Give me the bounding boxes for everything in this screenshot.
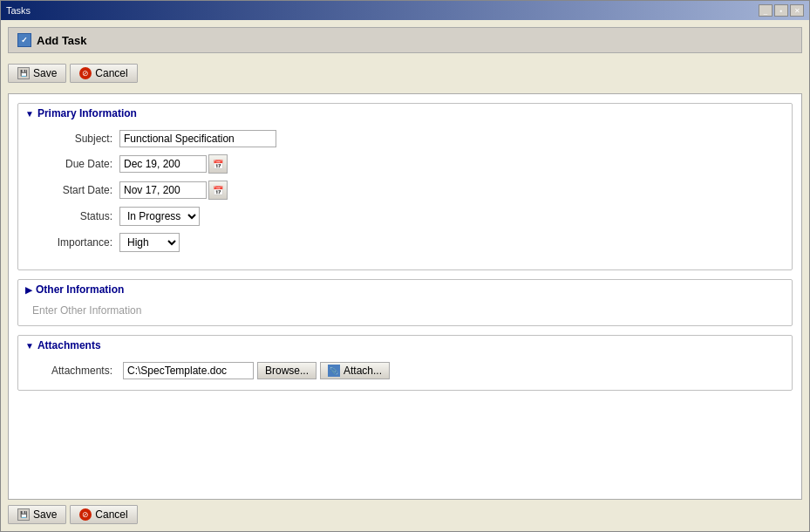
status-label: Status: bbox=[32, 210, 119, 222]
restore-button[interactable]: ▪ bbox=[774, 4, 788, 17]
cancel-icon: ⊘ bbox=[79, 67, 92, 79]
browse-button[interactable]: Browse... bbox=[257, 362, 317, 379]
bottom-save-icon: 💾 bbox=[17, 508, 30, 521]
attachments-header: ▼ Attachments bbox=[18, 336, 792, 355]
due-date-input[interactable] bbox=[119, 155, 207, 173]
attach-icon: 📎 bbox=[328, 365, 340, 377]
attachments-section: ▼ Attachments Attachments: Browse... 📎 A… bbox=[17, 335, 793, 391]
content-area: ✓ Add Task 💾 Save ⊘ Cancel ▼ Primary Inf… bbox=[1, 20, 809, 531]
due-date-calendar-button[interactable]: 📅 bbox=[208, 154, 228, 174]
start-date-input[interactable] bbox=[119, 181, 207, 199]
primary-info-header: ▼ Primary Information bbox=[18, 104, 792, 123]
due-date-wrapper: 📅 bbox=[119, 154, 228, 174]
other-info-placeholder: Enter Other Information bbox=[32, 304, 141, 317]
other-information-section: ▶ Other Information Enter Other Informat… bbox=[17, 279, 793, 326]
bottom-cancel-icon: ⊘ bbox=[79, 508, 92, 521]
bottom-save-button[interactable]: 💾 Save bbox=[8, 505, 66, 524]
importance-label: Importance: bbox=[32, 236, 119, 249]
attach-button-label: Attach... bbox=[344, 365, 382, 377]
primary-info-label: Primary Information bbox=[37, 107, 137, 119]
cancel-button[interactable]: ⊘ Cancel bbox=[70, 64, 137, 83]
attach-button[interactable]: 📎 Attach... bbox=[320, 362, 390, 379]
attachments-row: Attachments: Browse... 📎 Attach... bbox=[32, 362, 778, 379]
top-toolbar: 💾 Save ⊘ Cancel bbox=[8, 60, 802, 86]
due-date-row: Due Date: 📅 bbox=[32, 154, 778, 174]
other-info-label: Other Information bbox=[36, 283, 124, 296]
start-date-wrapper: 📅 bbox=[119, 181, 228, 200]
save-button[interactable]: 💾 Save bbox=[8, 64, 66, 83]
other-collapse-icon[interactable]: ▶ bbox=[25, 285, 32, 295]
start-date-calendar-button[interactable]: 📅 bbox=[208, 181, 228, 200]
status-select[interactable]: Not Started In Progress Completed Waitin… bbox=[119, 207, 200, 226]
save-button-label: Save bbox=[33, 67, 57, 79]
subject-label: Subject: bbox=[32, 133, 119, 145]
other-info-header: ▶ Other Information bbox=[18, 280, 792, 299]
browse-button-label: Browse... bbox=[265, 365, 309, 377]
page-header: ✓ Add Task bbox=[8, 27, 802, 53]
bottom-toolbar: 💾 Save ⊘ Cancel bbox=[8, 500, 802, 524]
subject-row: Subject: bbox=[32, 130, 778, 147]
primary-info-body: Subject: Due Date: 📅 Start Date: bbox=[18, 123, 792, 269]
status-row: Status: Not Started In Progress Complete… bbox=[32, 207, 778, 226]
start-date-row: Start Date: 📅 bbox=[32, 181, 778, 200]
form-container: ▼ Primary Information Subject: Due Date: bbox=[8, 93, 802, 500]
attachments-body: Attachments: Browse... 📎 Attach... bbox=[18, 355, 792, 390]
main-window: Tasks _ ▪ ✕ ✓ Add Task 💾 Save ⊘ Cancel bbox=[0, 0, 810, 532]
add-task-icon: ✓ bbox=[17, 33, 31, 47]
attachments-field-label: Attachments: bbox=[32, 365, 119, 377]
minimize-button[interactable]: _ bbox=[759, 4, 773, 17]
save-icon: 💾 bbox=[17, 67, 30, 79]
attachments-collapse-icon[interactable]: ▼ bbox=[25, 341, 34, 351]
importance-row: Importance: Low Normal High bbox=[32, 233, 778, 252]
window-title: Tasks bbox=[6, 5, 31, 16]
start-date-label: Start Date: bbox=[32, 184, 119, 196]
bottom-cancel-button[interactable]: ⊘ Cancel bbox=[70, 505, 137, 524]
importance-select[interactable]: Low Normal High bbox=[119, 233, 180, 252]
title-bar-controls: _ ▪ ✕ bbox=[759, 4, 804, 17]
due-date-label: Due Date: bbox=[32, 158, 119, 170]
title-bar: Tasks _ ▪ ✕ bbox=[1, 1, 809, 20]
primary-collapse-icon[interactable]: ▼ bbox=[25, 109, 34, 119]
cancel-button-label: Cancel bbox=[95, 67, 127, 79]
primary-information-section: ▼ Primary Information Subject: Due Date: bbox=[17, 103, 793, 270]
other-info-body: Enter Other Information bbox=[18, 299, 792, 325]
page-title: Add Task bbox=[37, 34, 87, 47]
bottom-save-label: Save bbox=[33, 508, 57, 521]
attachments-label: Attachments bbox=[37, 339, 101, 351]
subject-input[interactable] bbox=[119, 130, 276, 147]
close-button[interactable]: ✕ bbox=[790, 4, 804, 17]
bottom-cancel-label: Cancel bbox=[95, 508, 127, 521]
file-path-input[interactable] bbox=[123, 362, 254, 379]
